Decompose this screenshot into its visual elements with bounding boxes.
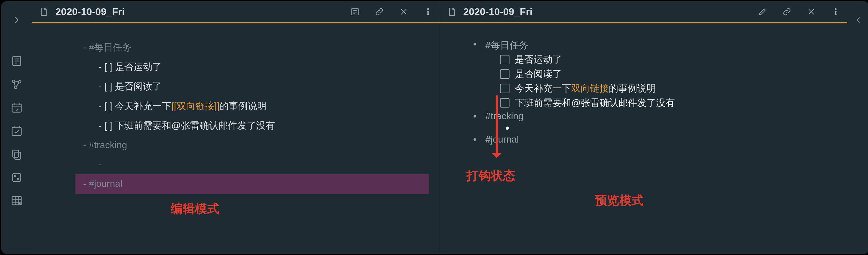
preview-tabbar: 2020-10-09_Fri	[440, 1, 847, 23]
table-icon	[11, 195, 23, 206]
task-item: 是否运动了	[500, 53, 836, 66]
chevron-left-icon	[853, 15, 863, 25]
rail-graph-button[interactable]	[6, 73, 28, 95]
editor-line[interactable]: - [ ] 是否阅读了	[43, 77, 428, 96]
editor-cursor-line[interactable]: - #journal	[75, 174, 428, 194]
rail-table-button[interactable]	[6, 190, 28, 212]
more-menu-button[interactable]	[420, 3, 436, 20]
rail-notes-button[interactable]	[6, 50, 28, 72]
preview-bullet: #journal	[473, 134, 836, 145]
editor-pane: 2020-10-09_Fri - #每日任务 - [ ] 是否运动了 - [ ]…	[32, 1, 439, 254]
annotation-check-state: 打钩状态	[466, 167, 515, 184]
edit-toggle-button[interactable]	[754, 3, 771, 20]
preview-toggle-button[interactable]	[346, 3, 363, 20]
svg-line-14	[16, 109, 18, 111]
sub-bullet	[505, 126, 508, 130]
dice-icon	[11, 171, 23, 183]
close-pane-button[interactable]	[395, 3, 412, 20]
editor-title: 2020-10-09_Fri	[55, 6, 346, 18]
editor-line[interactable]: - [ ] 是否运动了	[43, 57, 428, 77]
annotation-arrow	[495, 95, 498, 157]
preview-icon	[350, 7, 360, 17]
svg-point-36	[427, 13, 429, 15]
editor-line[interactable]: -	[43, 154, 428, 174]
svg-point-6	[14, 86, 17, 89]
rail-checklist-button[interactable]	[6, 120, 28, 142]
task-checkbox[interactable]	[500, 98, 509, 108]
left-sidebar	[1, 1, 32, 254]
editor-line[interactable]: - [ ] 下班前需要和@张雷确认邮件发了没有	[43, 116, 428, 135]
svg-point-4	[12, 80, 15, 83]
rail-copy-button[interactable]	[6, 143, 28, 165]
collapse-sidebar-button[interactable]	[847, 9, 868, 31]
task-label: 今天补充一下双向链接的事例说明	[515, 82, 656, 95]
calendar-note-icon	[11, 102, 23, 114]
editor-line[interactable]: - [ ] 今天补充一下[[双向链接]]的事例说明	[43, 96, 428, 116]
task-item: 今天补充一下双向链接的事例说明	[500, 82, 836, 95]
file-icon	[447, 7, 457, 17]
more-icon	[423, 7, 433, 17]
task-item: 下班前需要和@张雷确认邮件发了没有	[500, 96, 836, 109]
preview-bullet: #tracking	[473, 111, 836, 130]
link-icon	[374, 7, 384, 17]
annotation-preview-mode: 预览模式	[595, 192, 644, 209]
svg-point-21	[14, 175, 16, 176]
svg-rect-20	[13, 173, 21, 181]
rail-calendar-note-button[interactable]	[6, 96, 28, 119]
copy-icon	[11, 148, 23, 160]
task-checkbox[interactable]	[500, 69, 509, 79]
expand-sidebar-button[interactable]	[6, 9, 28, 31]
preview-pane: 2020-10-09_Fri #每日任务 是否运动了 是否阅读了 今天补充一下双…	[439, 1, 847, 254]
svg-line-8	[14, 82, 15, 86]
task-label: 是否阅读了	[515, 67, 562, 80]
chevron-right-icon	[11, 14, 23, 26]
checklist-icon	[11, 125, 23, 137]
close-icon	[398, 7, 408, 17]
link-icon	[782, 7, 792, 17]
preview-tab-actions	[754, 3, 844, 20]
svg-point-40	[835, 11, 836, 12]
graph-icon	[11, 78, 23, 90]
editor-body[interactable]: - #每日任务 - [ ] 是否运动了 - [ ] 是否阅读了 - [ ] 今天…	[32, 23, 439, 254]
preview-body: #每日任务 是否运动了 是否阅读了 今天补充一下双向链接的事例说明 下班前需要和…	[440, 23, 847, 254]
copy-link-button[interactable]	[371, 3, 388, 20]
copy-link-button[interactable]	[779, 3, 795, 20]
editor-tab-actions	[346, 3, 436, 20]
svg-point-41	[835, 13, 836, 15]
workspace: 2020-10-09_Fri - #每日任务 - [ ] 是否运动了 - [ ]…	[32, 1, 847, 254]
editor-tabbar: 2020-10-09_Fri	[32, 1, 439, 23]
svg-point-5	[19, 81, 21, 83]
right-sidebar	[847, 1, 868, 254]
notes-icon	[11, 55, 23, 67]
svg-point-22	[18, 178, 19, 179]
svg-point-39	[835, 8, 836, 10]
preview-title: 2020-10-09_Fri	[463, 6, 754, 18]
svg-line-9	[17, 83, 19, 86]
task-label: 是否运动了	[515, 53, 562, 66]
rail-dice-button[interactable]	[6, 167, 28, 189]
more-icon	[831, 7, 841, 17]
svg-point-34	[427, 8, 429, 10]
close-pane-button[interactable]	[803, 3, 819, 20]
svg-point-35	[427, 11, 429, 12]
editor-line[interactable]: - #tracking	[43, 135, 428, 154]
file-icon	[39, 7, 49, 17]
more-menu-button[interactable]	[827, 3, 844, 20]
annotation-edit-mode: 编辑模式	[171, 201, 219, 217]
task-item: 是否阅读了	[500, 67, 836, 80]
editor-line[interactable]: - #每日任务	[43, 38, 428, 57]
preview-bullet: #每日任务 是否运动了 是否阅读了 今天补充一下双向链接的事例说明 下班前需要和…	[473, 39, 836, 110]
close-icon	[806, 7, 816, 17]
task-checkbox[interactable]	[500, 55, 509, 64]
pencil-icon	[757, 7, 768, 17]
svg-rect-15	[12, 127, 21, 136]
task-checkbox[interactable]	[500, 84, 509, 93]
svg-rect-18	[13, 150, 19, 157]
wikilink[interactable]: 双向链接	[571, 83, 609, 94]
svg-rect-19	[15, 152, 21, 159]
task-label: 下班前需要和@张雷确认邮件发了没有	[515, 96, 675, 109]
